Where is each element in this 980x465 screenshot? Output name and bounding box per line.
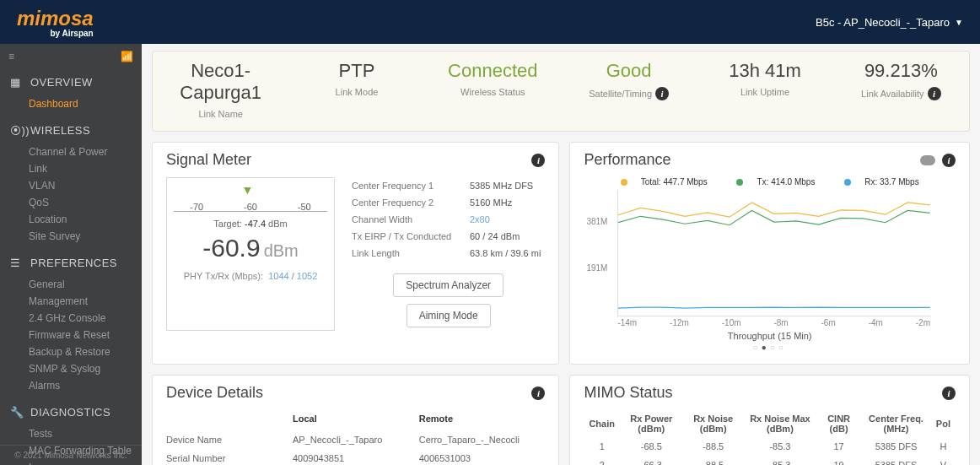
mimo-title: MIMO Status — [584, 384, 672, 402]
dashboard-icon: ▦ — [10, 76, 24, 89]
nav-item-channel-power[interactable]: Channel & Power — [29, 143, 142, 160]
nav-item-vlan[interactable]: VLAN — [29, 177, 142, 194]
target-marker-icon: ▼ — [241, 183, 253, 197]
mimo-status-panel: MIMO Status i ChainRx Power (dBm)Rx Nois… — [569, 375, 970, 465]
mimo-col-header: Pol — [931, 410, 956, 437]
mimo-col-header: Rx Power (dBm) — [620, 410, 683, 437]
nav-item-dashboard[interactable]: Dashboard — [29, 95, 142, 112]
performance-panel: Performance i Total: 447.7 Mbps Tx: 414.… — [569, 142, 970, 365]
nav-item-backup[interactable]: Backup & Restore — [29, 343, 142, 360]
top-bar: mimosa by Airspan B5c - AP_Necocli_-_Tap… — [0, 0, 980, 44]
mimo-col-header: Rx Noise (dBm) — [683, 410, 744, 437]
current-signal-value: -60.9 — [202, 234, 260, 262]
chart-caption: Throughput (15 Min) — [584, 331, 956, 341]
summary-link-mode: PTP Link Mode — [288, 60, 424, 119]
legend-dot-rx — [844, 179, 851, 186]
legend-dot-tx — [736, 179, 743, 186]
info-icon[interactable]: i — [942, 387, 956, 400]
nav-item-link[interactable]: Link — [29, 160, 142, 177]
nav-item-location[interactable]: Location — [29, 211, 142, 228]
cloud-icon[interactable] — [920, 155, 935, 165]
throughput-chart: 381M 191M — [617, 190, 930, 316]
nav-item-firmware[interactable]: Firmware & Reset — [29, 327, 142, 343]
summary-wireless-status: Connected Wireless Status — [425, 60, 561, 119]
antenna-icon[interactable]: 📶 — [121, 51, 133, 62]
sidebar: ≡ 📶 ▦ OVERVIEW Dashboard ⦿)) WIRELESS Ch… — [0, 44, 142, 465]
performance-title: Performance — [584, 151, 670, 169]
nav-diagnostics-header[interactable]: 🔧 DIAGNOSTICS — [0, 399, 142, 425]
table-row: 2-66.3-88.5-85.3195385 DFSV — [584, 456, 956, 465]
sliders-icon: ☰ — [10, 257, 24, 269]
nav-item-qos[interactable]: QoS — [29, 194, 142, 211]
info-icon[interactable]: i — [531, 154, 545, 167]
info-icon[interactable]: i — [942, 154, 956, 167]
nav-item-site-survey[interactable]: Site Survey — [29, 228, 142, 245]
footer-copyright: © 2021 Mimosa Networks Inc. — [0, 445, 142, 460]
nav-item-management[interactable]: Management — [29, 293, 142, 310]
main-content: Neco1-Capurga1 Link Name PTP Link Mode C… — [142, 44, 980, 465]
table-row: 1-68.5-88.5-85.3175385 DFSH — [584, 437, 956, 456]
device-details-title: Device Details — [166, 384, 263, 402]
nav-preferences-header[interactable]: ☰ PREFERENCES — [0, 250, 142, 276]
chevron-down-icon: ▼ — [955, 18, 963, 27]
mimo-col-header: CINR (dB) — [816, 410, 861, 437]
aiming-mode-button[interactable]: Aiming Mode — [407, 304, 491, 327]
info-icon[interactable]: i — [928, 87, 941, 100]
info-icon[interactable]: i — [531, 387, 545, 400]
mimo-col-header: Chain — [584, 410, 620, 437]
nav-overview-header[interactable]: ▦ OVERVIEW — [0, 69, 142, 95]
device-details-panel: Device Details i Device Name Serial Numb… — [152, 375, 559, 465]
brand-name: mimosa — [17, 7, 94, 30]
device-name-label: B5c - AP_Necocli_-_Taparo — [816, 16, 950, 29]
summary-uptime: 13h 41m Link Uptime — [697, 60, 832, 119]
signal-meter-panel: Signal Meter i ▼ -70 -60 -50 Target: - — [152, 142, 559, 365]
info-icon[interactable]: i — [655, 87, 669, 100]
spectrum-analyzer-button[interactable]: Spectrum Analyzer — [393, 273, 503, 297]
mimo-table: ChainRx Power (dBm)Rx Noise (dBm)Rx Nois… — [584, 410, 956, 465]
summary-link-name: Neco1-Capurga1 Link Name — [153, 60, 288, 119]
chart-legend: Total: 447.7 Mbps Tx: 414.0 Mbps Rx: 33.… — [584, 177, 956, 187]
wrench-icon: 🔧 — [10, 406, 24, 419]
nav-item-alarms[interactable]: Alarms — [29, 377, 142, 394]
hamburger-icon[interactable]: ≡ — [8, 51, 14, 62]
wireless-icon: ⦿)) — [10, 124, 24, 137]
nav-item-logs[interactable]: Logs — [29, 459, 142, 465]
signal-meter-title: Signal Meter — [166, 151, 251, 169]
chart-pager[interactable]: ○●○○ — [584, 343, 956, 352]
summary-bar: Neco1-Capurga1 Link Name PTP Link Mode C… — [152, 51, 970, 132]
signal-meter-gauge: ▼ -70 -60 -50 Target: -47.4 dBm -60.9dBm — [166, 177, 335, 331]
nav-wireless-header[interactable]: ⦿)) WIRELESS — [0, 117, 142, 143]
device-dropdown[interactable]: B5c - AP_Necocli_-_Taparo ▼ — [816, 16, 963, 29]
summary-availability: 99.213% Link Availabilityi — [833, 60, 969, 119]
channel-width-link[interactable]: 2x80 — [470, 214, 490, 224]
mimo-col-header: Rx Noise Max (dBm) — [744, 410, 816, 437]
legend-dot-total — [621, 179, 627, 186]
nav-item-24ghz[interactable]: 2.4 GHz Console — [29, 310, 142, 327]
mimo-col-header: Center Freq. (MHz) — [861, 410, 931, 437]
chart-x-axis: -14m -12m -10m -8m -6m -4m -2m — [617, 318, 930, 327]
nav-item-tests[interactable]: Tests — [29, 425, 142, 442]
nav-item-snmp[interactable]: SNMP & Syslog — [29, 360, 142, 377]
nav-item-general[interactable]: General — [29, 276, 142, 293]
brand-logo: mimosa by Airspan — [17, 7, 94, 38]
brand-sub: by Airspan — [17, 29, 94, 38]
summary-satellite: Good Satellite/Timingi — [561, 60, 697, 119]
